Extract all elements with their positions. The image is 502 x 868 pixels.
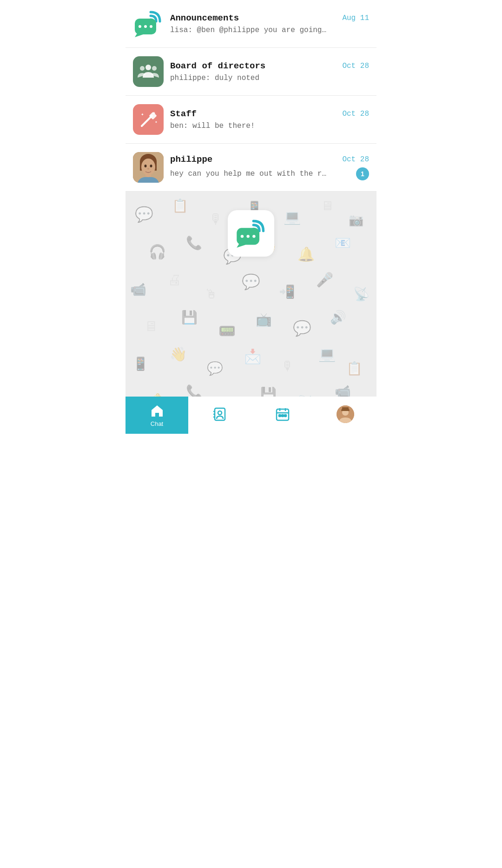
svg-text:📱: 📱	[132, 356, 149, 371]
chat-title-staff: Staff	[170, 109, 197, 119]
chat-date-philippe: Oct 28	[342, 155, 369, 164]
chat-item-staff[interactable]: ✦ ✦ ✦ Staff Oct 28 ben: will be there!	[126, 96, 376, 144]
chat-title-row-staff: Staff Oct 28	[170, 109, 369, 119]
chat-info-philippe: philippe Oct 28 hey can you help me out …	[170, 154, 369, 180]
svg-rect-94	[279, 415, 281, 417]
chat-date-staff: Oct 28	[342, 110, 369, 118]
avatar-philippe	[133, 152, 164, 183]
svg-point-7	[152, 66, 157, 71]
svg-text:🎤: 🎤	[316, 272, 334, 288]
svg-text:📺: 📺	[256, 312, 272, 327]
svg-point-82	[241, 235, 244, 238]
home-icon	[150, 404, 165, 418]
svg-text:📩: 📩	[244, 348, 262, 365]
chat-info-announcements: Announcements Aug 11 lisa: @ben @philipp…	[170, 13, 369, 34]
nav-item-chat[interactable]: Chat	[126, 397, 188, 434]
svg-point-3	[144, 25, 147, 28]
svg-text:💾: 💾	[181, 310, 198, 325]
svg-text:💬: 💬	[242, 273, 260, 291]
svg-text:💻: 💻	[284, 209, 301, 225]
svg-text:💬: 💬	[293, 319, 311, 337]
svg-text:🎙: 🎙	[209, 212, 223, 227]
nav-item-calendar[interactable]	[251, 397, 314, 434]
svg-text:💬: 💬	[207, 361, 223, 376]
main-content: Announcements Aug 11 lisa: @ben @philipp…	[126, 0, 376, 434]
svg-text:📋: 📋	[172, 198, 188, 213]
chat-date: Aug 11	[342, 14, 369, 22]
avatar-announcements	[133, 8, 164, 39]
svg-text:📞: 📞	[186, 235, 202, 251]
svg-point-17	[145, 165, 147, 167]
chat-title-row-philippe: philippe Oct 28	[170, 154, 369, 165]
svg-point-83	[246, 235, 249, 238]
svg-text:🖥: 🖥	[321, 199, 334, 213]
svg-text:📟: 📟	[218, 323, 236, 339]
chat-date-board: Oct 28	[342, 62, 369, 70]
svg-text:🔊: 🔊	[330, 310, 346, 325]
svg-line-8	[142, 116, 152, 126]
svg-point-2	[139, 25, 141, 28]
svg-text:🖥: 🖥	[144, 318, 158, 334]
chat-item-announcements[interactable]: Announcements Aug 11 lisa: @ben @philipp…	[126, 0, 376, 48]
contacts-icon	[212, 407, 227, 422]
chat-preview: lisa: @ben @philippe you are going to li…	[170, 26, 328, 34]
chat-title: Announcements	[170, 13, 239, 23]
svg-text:🔔: 🔔	[297, 246, 315, 263]
chat-preview-row-board: philippe: duly noted	[170, 74, 369, 82]
svg-text:💬: 💬	[135, 205, 153, 223]
chat-title-philippe: philippe	[170, 154, 212, 165]
app-logo	[228, 210, 274, 257]
nav-item-contacts[interactable]	[188, 397, 251, 434]
avatar-board	[133, 56, 164, 87]
svg-text:✦: ✦	[152, 111, 156, 116]
chat-preview-row-philippe: hey can you help me out with the repo...…	[170, 167, 369, 180]
svg-text:📡: 📡	[353, 286, 370, 302]
svg-point-18	[150, 165, 152, 167]
svg-text:✦: ✦	[155, 120, 158, 124]
svg-text:🖨: 🖨	[167, 272, 181, 287]
svg-text:💻: 💻	[318, 346, 336, 363]
chat-title-row-board: Board of directors Oct 28	[170, 61, 369, 71]
avatar-staff: ✦ ✦ ✦	[133, 104, 164, 135]
nav-label-chat: Chat	[151, 420, 163, 427]
chat-item-philippe[interactable]: philippe Oct 28 hey can you help me out …	[126, 144, 376, 192]
chat-preview-board: philippe: duly noted	[170, 74, 259, 82]
svg-text:📋: 📋	[346, 361, 363, 376]
nav-avatar	[337, 405, 354, 423]
chat-info-board: Board of directors Oct 28 philippe: duly…	[170, 61, 369, 82]
nav-item-profile[interactable]	[314, 397, 376, 434]
svg-text:📷: 📷	[349, 212, 364, 227]
calendar-icon	[275, 407, 290, 422]
svg-text:📲: 📲	[279, 284, 295, 299]
svg-text:🖱: 🖱	[205, 287, 218, 301]
chat-title-board: Board of directors	[170, 61, 265, 71]
svg-rect-95	[282, 415, 284, 417]
chat-preview-philippe: hey can you help me out with the repo...	[170, 170, 328, 178]
svg-text:📹: 📹	[130, 282, 146, 297]
svg-point-6	[140, 66, 145, 71]
chat-info-staff: Staff Oct 28 ben: will be there!	[170, 109, 369, 130]
svg-point-4	[150, 25, 152, 28]
svg-rect-96	[284, 415, 286, 417]
chat-list: Announcements Aug 11 lisa: @ben @philipp…	[126, 0, 376, 192]
chat-preview-row: lisa: @ben @philippe you are going to li…	[170, 26, 369, 34]
svg-text:🎧: 🎧	[149, 244, 166, 260]
svg-text:🎙: 🎙	[281, 359, 294, 373]
chat-item-board[interactable]: Board of directors Oct 28 philippe: duly…	[126, 48, 376, 96]
svg-text:👋: 👋	[170, 346, 187, 363]
svg-point-84	[252, 235, 255, 238]
svg-text:✦: ✦	[141, 113, 144, 117]
chat-title-row: Announcements Aug 11	[170, 13, 369, 23]
chat-preview-staff: ben: will be there!	[170, 122, 255, 130]
svg-text:📧: 📧	[335, 235, 351, 251]
bottom-nav: Chat	[126, 397, 376, 434]
unread-badge: 1	[356, 167, 369, 180]
svg-point-86	[218, 411, 222, 415]
svg-point-5	[145, 65, 151, 70]
svg-point-19	[147, 168, 149, 170]
chat-preview-row-staff: ben: will be there!	[170, 122, 369, 130]
